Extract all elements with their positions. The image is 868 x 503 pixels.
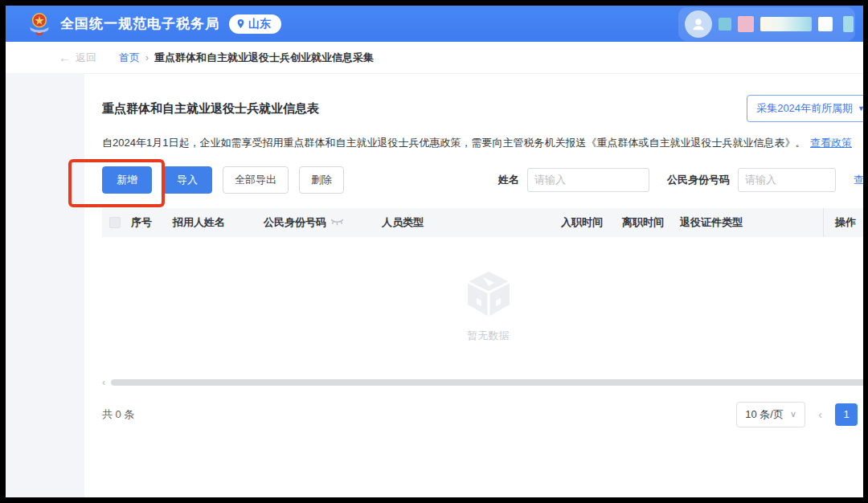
chevron-down-icon: ▼: [858, 104, 863, 112]
app-title: 全国统一规范电子税务局: [60, 14, 219, 33]
user-account-area[interactable]: [678, 7, 855, 41]
page-title: 重点群体和自主就业退役士兵就业信息表: [102, 101, 319, 117]
redacted-block: [818, 17, 833, 31]
id-filter-label: 公民身份号码: [667, 173, 730, 187]
back-button[interactable]: ← 返回: [59, 51, 96, 65]
select-all-checkbox[interactable]: [109, 217, 121, 228]
pagination: 10 条/页 ∨ ‹ 1 ›: [736, 402, 863, 427]
filter-bar: 姓名 公民身份号码 查询: [498, 168, 863, 192]
column-header-cert-type: 退役证件类型: [680, 215, 823, 230]
delete-button[interactable]: 删除: [299, 166, 344, 194]
page-size-select[interactable]: 10 条/页 ∨: [736, 402, 805, 427]
column-header-actions: 操作: [823, 208, 863, 237]
period-label: 采集2024年前所属期: [756, 101, 853, 116]
column-header-id: 公民身份号码: [264, 215, 326, 230]
empty-text: 暂无数据: [468, 329, 510, 343]
id-filter-input[interactable]: [738, 168, 836, 192]
empty-box-icon: [462, 269, 515, 319]
scroll-left-icon[interactable]: ‹: [102, 377, 105, 388]
back-arrow-icon: ←: [59, 51, 71, 64]
name-filter-input[interactable]: [527, 168, 649, 192]
breadcrumb-separator: ›: [145, 52, 149, 63]
table-footer: 共 0 条 10 条/页 ∨ ‹ 1 ›: [102, 402, 863, 427]
name-filter-label: 姓名: [498, 173, 519, 187]
policy-notice: 自2024年1月1日起，企业如需享受招用重点群体和自主就业退役士兵优惠政策，需要…: [102, 135, 863, 151]
column-header-name: 招用人姓名: [173, 215, 264, 230]
scrollbar-thumb[interactable]: [111, 379, 863, 386]
add-button[interactable]: 新增: [102, 166, 152, 194]
back-label: 返回: [76, 51, 96, 65]
breadcrumb-home-link[interactable]: 首页: [119, 51, 140, 65]
import-button[interactable]: 导入: [162, 166, 212, 194]
column-header-type: 人员类型: [382, 215, 561, 230]
location-pin-icon: [235, 18, 246, 29]
tax-bureau-emblem-icon: [27, 11, 52, 37]
horizontal-scrollbar: ‹ ›: [102, 377, 863, 388]
current-page-button[interactable]: 1: [835, 403, 858, 426]
toolbar: 新增 导入 全部导出 删除 姓名 公民身份号码 查询: [102, 166, 863, 194]
info-table-card: 重点群体和自主就业退役士兵就业信息表 采集2024年前所属期 ▼ 自2024年1…: [84, 74, 863, 497]
chevron-down-icon: ∨: [790, 409, 796, 419]
content-area: 重点群体和自主就业退役士兵就业信息表 采集2024年前所属期 ▼ 自2024年1…: [6, 74, 863, 497]
table-header: 序号 招用人姓名 公民身份号码 人员类型 入职时间 离职时间 退役证件类型 操作: [102, 208, 863, 237]
user-avatar[interactable]: [685, 10, 712, 38]
redacted-block: [843, 16, 854, 32]
search-button[interactable]: 查询: [854, 173, 863, 187]
prev-page-button[interactable]: ‹: [818, 407, 822, 421]
column-header-seq: 序号: [131, 215, 173, 230]
empty-state: 暂无数据: [102, 237, 863, 375]
page-size-value: 10 条/页: [745, 407, 784, 422]
redacted-block: [719, 18, 731, 31]
collect-period-dropdown[interactable]: 采集2024年前所属期 ▼: [747, 95, 863, 122]
column-header-leave-date: 离职时间: [622, 215, 680, 230]
region-selector[interactable]: 山东: [229, 14, 281, 34]
breadcrumb-current: 重点群体和自主就业退役士兵创业就业信息采集: [154, 51, 374, 65]
person-icon: [690, 15, 707, 33]
redacted-block: [760, 17, 812, 31]
total-count: 共 0 条: [102, 407, 134, 422]
app-window: 全国统一规范电子税务局 山东 ← 返回 首页 › 重点群体: [6, 6, 863, 497]
notice-text: 自2024年1月1日起，企业如需享受招用重点群体和自主就业退役士兵优惠政策，需要…: [102, 137, 805, 149]
breadcrumb: ← 返回 首页 › 重点群体和自主就业退役士兵创业就业信息采集: [6, 42, 863, 74]
eye-closed-icon[interactable]: [330, 218, 344, 227]
region-label: 山东: [248, 17, 271, 31]
export-all-button[interactable]: 全部导出: [223, 166, 289, 194]
column-header-entry-date: 入职时间: [561, 215, 622, 230]
top-navbar: 全国统一规范电子税务局 山东: [6, 6, 863, 42]
view-policy-link[interactable]: 查看政策: [810, 137, 852, 149]
redacted-block: [738, 16, 754, 32]
